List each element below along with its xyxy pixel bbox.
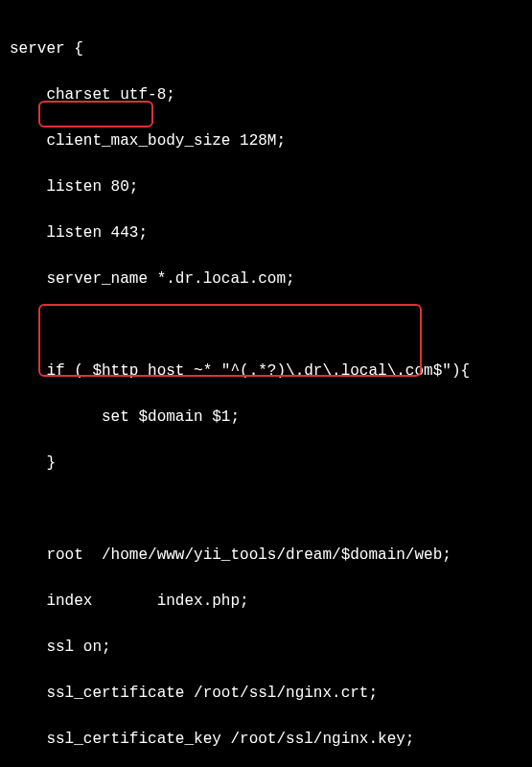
- code-line: client_max_body_size 128M;: [10, 129, 522, 152]
- code-line: if ( $http_host ~* "^(.*?)\.dr\.local\.c…: [10, 360, 522, 383]
- code-line: ssl_certificate_key /root/ssl/nginx.key;: [10, 728, 522, 751]
- code-line: }: [10, 452, 522, 475]
- code-line: charset utf-8;: [10, 83, 522, 106]
- code-line: index index.php;: [10, 590, 522, 613]
- code-line: set $domain $1;: [10, 406, 522, 429]
- code-line: ssl_certificate /root/ssl/nginx.crt;: [10, 682, 522, 705]
- code-line: listen 443;: [10, 221, 522, 244]
- code-line: ssl on;: [10, 636, 522, 659]
- code-line: server_name *.dr.local.com;: [10, 267, 522, 291]
- nginx-config-code: server { charset utf-8; client_max_body_…: [10, 14, 522, 767]
- code-line: listen 80;: [10, 175, 522, 198]
- code-line: [10, 314, 522, 337]
- code-line: [10, 498, 522, 521]
- code-line: root /home/www/yii_tools/dream/$domain/w…: [10, 544, 522, 567]
- code-line: server {: [10, 37, 522, 60]
